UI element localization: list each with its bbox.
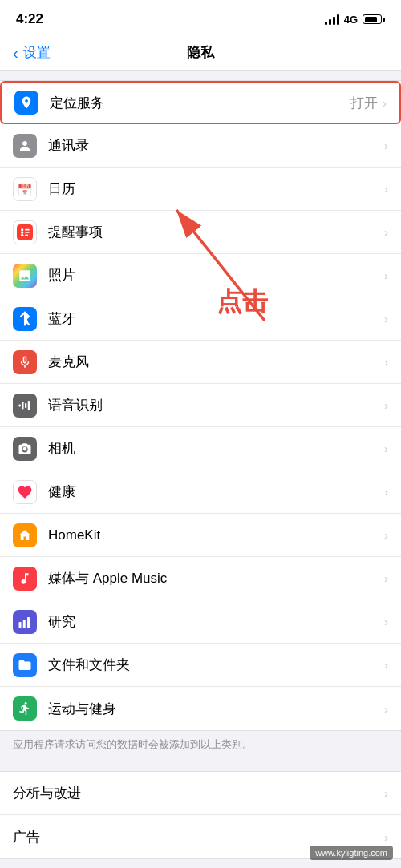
analytics-chevron: › [384,786,388,800]
status-icons: 4G [325,14,385,26]
location-icon [19,95,34,110]
photos-chevron: › [384,268,388,282]
settings-item-music[interactable]: 媒体与 Apple Music › [0,557,401,600]
fitness-label: 运动与健身 [48,700,384,718]
speech-icon [18,398,32,413]
signal-bars [325,14,339,25]
contacts-icon-bg [13,134,37,158]
footer-note: 应用程序请求访问您的数据时会被添加到以上类别。 [0,731,401,761]
battery-body [363,14,382,24]
svg-rect-8 [25,228,30,230]
settings-item-fitness[interactable]: 运动与健身 › [0,687,401,730]
homekit-icon [18,528,32,543]
research-icon [18,615,32,629]
svg-rect-15 [28,401,30,410]
files-label: 文件和文件夹 [48,656,384,674]
settings-item-reminders[interactable]: 提醒事项 › [0,211,401,254]
ads-label: 广告 [13,828,384,846]
microphone-icon-bg [13,350,37,374]
back-label: 设置 [23,43,51,62]
photos-icon-bg [13,264,37,288]
files-chevron: › [384,658,388,672]
microphone-label: 麦克风 [48,353,384,371]
contacts-icon [18,139,32,153]
svg-rect-18 [23,620,26,628]
music-label: 媒体与 Apple Music [48,569,384,587]
svg-rect-10 [25,234,28,236]
photos-icon [18,268,32,283]
bluetooth-label: 蓝牙 [48,309,384,328]
battery-fill [365,17,377,22]
location-label: 定位服务 [50,94,350,112]
watermark-text: www.kyligting.com [315,848,387,858]
camera-chevron: › [384,442,388,455]
svg-text:📅: 📅 [22,189,28,195]
svg-rect-13 [22,402,23,409]
music-icon-bg [13,567,37,591]
settings-item-bluetooth[interactable]: 蓝牙 › [0,297,401,341]
network-type: 4G [344,14,358,26]
analytics-label: 分析与改进 [13,784,384,802]
reminders-label: 提醒事项 [48,223,384,241]
home-indicator-area [0,859,401,868]
main-content: 定位服务 打开 › 通讯录 › [0,80,401,868]
contacts-label: 通讯录 [48,136,384,155]
camera-icon [18,442,32,456]
settings-item-contacts[interactable]: 通讯录 › [0,124,401,168]
footer-note-text: 应用程序请求访问您的数据时会被添加到以上类别。 [13,738,253,750]
svg-point-6 [21,231,23,233]
research-label: 研究 [48,612,384,631]
location-status: 打开 [350,94,378,112]
signal-bar-3 [333,17,335,25]
settings-item-calendar[interactable]: 日历 📅 日历 › [0,168,401,211]
camera-icon-bg [13,437,37,461]
settings-item-health[interactable]: 健康 › [0,470,401,514]
contacts-chevron: › [384,139,388,152]
settings-item-microphone[interactable]: 麦克风 › [0,341,401,384]
health-icon-bg [13,480,37,504]
settings-item-analytics[interactable]: 分析与改进 › [0,772,401,815]
settings-item-speech[interactable]: 语音识别 › [0,384,401,427]
microphone-chevron: › [384,355,388,369]
bluetooth-icon-bg [13,307,37,331]
back-button[interactable]: ‹ 设置 [13,43,51,62]
settings-item-files[interactable]: 文件和文件夹 › [0,644,401,687]
camera-label: 相机 [48,439,384,458]
nav-bar: ‹ 设置 隐私 [0,35,401,71]
music-chevron: › [384,571,388,585]
settings-item-camera[interactable]: 相机 › [0,427,401,470]
settings-item-location[interactable]: 定位服务 打开 › [0,81,401,124]
fitness-icon-bg [13,696,37,721]
fitness-icon [18,701,32,716]
settings-item-homekit[interactable]: HomeKit › [0,514,401,557]
homekit-label: HomeKit [48,527,384,543]
research-icon-bg [13,610,37,634]
calendar-icon: 日历 📅 [17,181,33,197]
research-chevron: › [384,615,388,628]
reminders-icon [17,224,33,240]
speech-icon-bg [13,394,37,418]
svg-rect-14 [25,403,26,408]
svg-rect-9 [25,232,30,233]
health-chevron: › [384,485,388,499]
microphone-icon [18,355,32,369]
speech-chevron: › [384,398,388,412]
location-icon-bg [14,91,38,115]
reminders-chevron: › [384,225,388,239]
files-icon [18,658,32,672]
reminders-icon-bg [13,220,37,244]
homekit-icon-bg [13,523,37,547]
signal-bar-4 [337,14,339,25]
bluetooth-chevron: › [384,312,388,325]
photos-label: 照片 [48,266,384,285]
location-chevron: › [383,96,387,110]
settings-item-photos[interactable]: 照片 › [0,254,401,297]
svg-rect-19 [27,617,30,628]
fitness-chevron: › [384,702,388,716]
svg-point-7 [21,233,23,236]
svg-rect-12 [19,404,21,406]
homekit-chevron: › [384,528,388,542]
page-title: 隐私 [187,43,214,62]
status-time: 4:22 [16,11,43,27]
settings-item-research[interactable]: 研究 › [0,600,401,644]
